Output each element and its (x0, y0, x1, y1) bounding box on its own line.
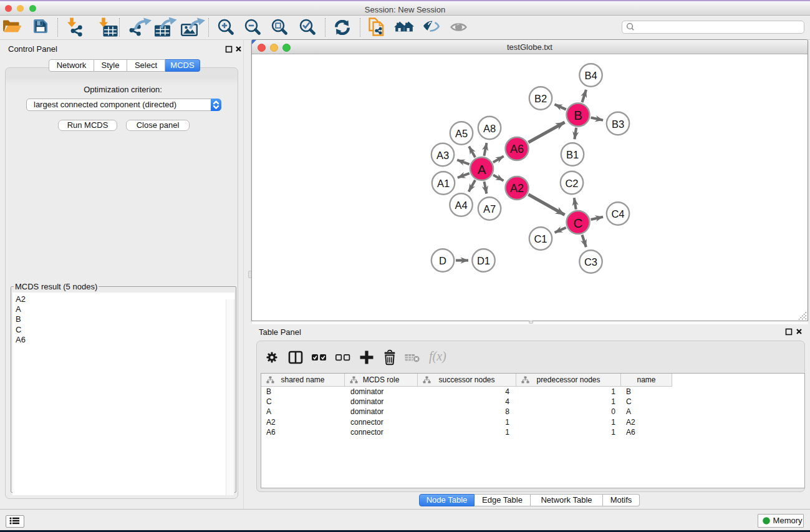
svg-text:B: B (574, 108, 582, 122)
svg-text:B4: B4 (584, 70, 597, 81)
svg-text:A: A (478, 162, 486, 177)
svg-text:D: D (439, 255, 446, 266)
svg-text:A4: A4 (455, 200, 467, 211)
svg-text:A2: A2 (510, 182, 524, 195)
svg-text:C: C (574, 216, 583, 230)
svg-text:D1: D1 (477, 255, 490, 266)
svg-text:B2: B2 (534, 93, 547, 104)
svg-text:A8: A8 (483, 123, 496, 134)
svg-text:B1: B1 (566, 149, 579, 160)
svg-text:A7: A7 (483, 203, 496, 215)
svg-text:A1: A1 (437, 178, 450, 189)
svg-text:C4: C4 (611, 208, 624, 220)
svg-text:C3: C3 (584, 256, 597, 268)
svg-text:C1: C1 (534, 233, 547, 244)
svg-text:B3: B3 (612, 118, 624, 130)
svg-text:A5: A5 (455, 128, 468, 139)
svg-text:C2: C2 (565, 178, 578, 189)
svg-text:A6: A6 (510, 143, 524, 155)
svg-text:A3: A3 (436, 150, 449, 161)
